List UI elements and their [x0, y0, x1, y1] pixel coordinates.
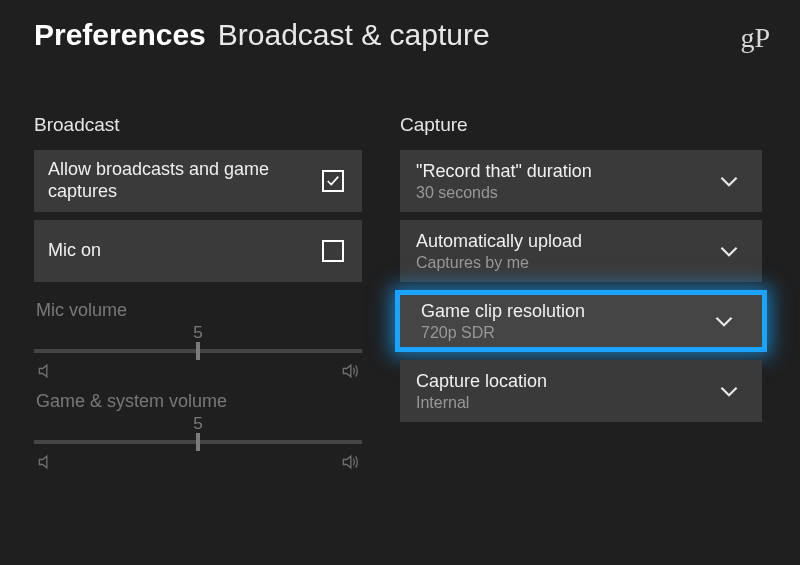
mic-on-checkbox[interactable] [322, 240, 344, 262]
volume-high-icon [340, 361, 360, 381]
chevron-down-icon [716, 168, 742, 194]
allow-broadcasts-toggle[interactable]: Allow broadcasts and game captures [34, 150, 362, 212]
game-system-volume-thumb[interactable] [196, 433, 200, 451]
game-clip-resolution-value: 720p SDR [421, 324, 585, 342]
volume-high-icon [340, 452, 360, 472]
mic-volume-label: Mic volume [34, 300, 362, 321]
automatically-upload-title: Automatically upload [416, 231, 582, 252]
mic-volume-group: Mic volume 5 [34, 300, 362, 381]
game-system-volume-value: 5 [34, 414, 362, 434]
chevron-down-icon [716, 238, 742, 264]
game-clip-resolution-title: Game clip resolution [421, 301, 585, 322]
page-title-row: Preferences Broadcast & capture [34, 18, 774, 52]
broadcast-heading: Broadcast [34, 114, 362, 136]
allow-broadcasts-label: Allow broadcasts and game captures [48, 159, 288, 202]
capture-column: Capture "Record that" duration 30 second… [400, 114, 762, 472]
game-clip-resolution-dropdown[interactable]: Game clip resolution 720p SDR [395, 290, 767, 352]
mic-volume-slider[interactable] [34, 349, 362, 353]
capture-location-value: Internal [416, 394, 547, 412]
capture-heading: Capture [400, 114, 762, 136]
volume-mute-icon [36, 361, 56, 381]
checkmark-icon [326, 174, 340, 188]
volume-mute-icon [36, 452, 56, 472]
automatically-upload-dropdown[interactable]: Automatically upload Captures by me [400, 220, 762, 282]
watermark: gP [740, 22, 770, 54]
mic-on-toggle[interactable]: Mic on [34, 220, 362, 282]
capture-location-title: Capture location [416, 371, 547, 392]
allow-broadcasts-checkbox[interactable] [322, 170, 344, 192]
page-subtitle: Broadcast & capture [218, 18, 490, 52]
capture-location-dropdown[interactable]: Capture location Internal [400, 360, 762, 422]
game-system-volume-slider[interactable] [34, 440, 362, 444]
game-system-volume-label: Game & system volume [34, 391, 362, 412]
page-title: Preferences [34, 18, 206, 52]
mic-volume-thumb[interactable] [196, 342, 200, 360]
record-that-duration-title: "Record that" duration [416, 161, 592, 182]
record-that-duration-value: 30 seconds [416, 184, 592, 202]
chevron-down-icon [716, 378, 742, 404]
record-that-duration-dropdown[interactable]: "Record that" duration 30 seconds [400, 150, 762, 212]
game-system-volume-group: Game & system volume 5 [34, 391, 362, 472]
broadcast-column: Broadcast Allow broadcasts and game capt… [34, 114, 362, 472]
mic-volume-value: 5 [34, 323, 362, 343]
mic-on-label: Mic on [48, 240, 101, 262]
automatically-upload-value: Captures by me [416, 254, 582, 272]
chevron-down-icon [711, 308, 737, 334]
